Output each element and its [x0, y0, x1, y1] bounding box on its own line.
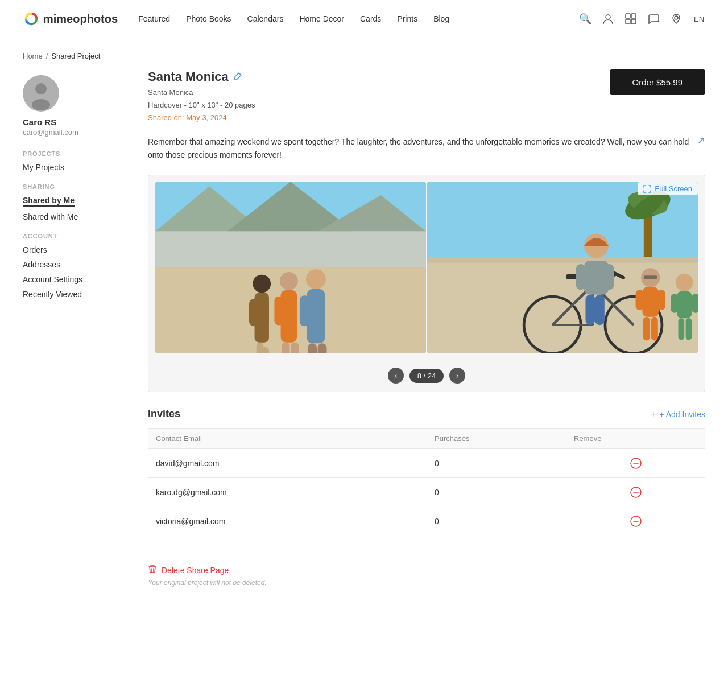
- svg-rect-66: [671, 294, 678, 312]
- svg-point-16: [253, 275, 271, 293]
- main-content: Santa Monica Santa Monica Hardcover - 10…: [148, 69, 705, 621]
- nav-calendars[interactable]: Calendars: [247, 14, 284, 23]
- project-description: Remember that amazing weekend we spent t…: [148, 135, 705, 161]
- svg-rect-56: [595, 295, 605, 326]
- delete-button[interactable]: Delete Share Page: [148, 565, 229, 575]
- invites-title: Invites: [148, 408, 180, 420]
- photo-grid: [148, 175, 705, 360]
- page-indicator: 8 / 24: [410, 369, 444, 383]
- next-photo-button[interactable]: ›: [449, 368, 465, 384]
- nav-links: Featured Photo Books Calendars Home Deco…: [138, 14, 449, 23]
- fullscreen-icon: [643, 185, 651, 193]
- nav-photo-books[interactable]: Photo Books: [186, 14, 231, 23]
- svg-point-8: [35, 83, 47, 94]
- logo-icon: [23, 10, 40, 27]
- sidebar-item-orders[interactable]: Orders: [23, 245, 125, 254]
- navbar: mimeophotos Featured Photo Books Calenda…: [0, 0, 728, 38]
- nav-prints[interactable]: Prints: [397, 14, 417, 23]
- svg-rect-62: [651, 317, 658, 341]
- user-name: Caro RS: [23, 117, 125, 127]
- svg-rect-25: [288, 297, 297, 326]
- page-display: 8 / 24: [417, 372, 436, 380]
- invite-email-1: karo.dg@gmail.com: [148, 478, 427, 507]
- invites-table: Contact Email Purchases Remove david@gma…: [148, 428, 705, 536]
- breadcrumb-home[interactable]: Home: [23, 52, 43, 60]
- logo-text: mimeophotos: [43, 13, 118, 26]
- sidebar-item-shared-with-me[interactable]: Shared with Me: [23, 212, 125, 221]
- prev-photo-button[interactable]: ‹: [388, 368, 404, 384]
- fullscreen-label: Full Screen: [655, 184, 692, 193]
- fullscreen-button[interactable]: Full Screen: [638, 182, 698, 195]
- logo[interactable]: mimeophotos: [23, 10, 118, 27]
- breadcrumb-current: Shared Project: [51, 52, 100, 60]
- user-icon[interactable]: [602, 13, 614, 25]
- invite-purchases-0: 0: [427, 449, 566, 478]
- photo-left: [155, 182, 426, 353]
- delete-section: Delete Share Page Your original project …: [148, 565, 705, 587]
- sidebar-item-account-settings[interactable]: Account Settings: [23, 275, 125, 284]
- photo-viewer: Full Screen: [148, 175, 705, 392]
- project-title: Santa Monica: [148, 69, 255, 84]
- sidebar-account-group: ACCOUNT Orders Addresses Account Setting…: [23, 233, 125, 299]
- svg-rect-2: [626, 14, 630, 18]
- grid-icon[interactable]: [624, 13, 637, 25]
- add-invites-button[interactable]: + + Add Invites: [651, 409, 705, 419]
- project-spec: Hardcover - 10" x 13" - 20 pages: [148, 99, 255, 112]
- col-header-remove: Remove: [566, 429, 705, 449]
- svg-point-22: [280, 272, 298, 290]
- sidebar-item-my-projects[interactable]: My Projects: [23, 163, 125, 172]
- remove-button-0[interactable]: [574, 457, 697, 470]
- svg-rect-4: [626, 19, 630, 24]
- sidebar-item-shared-by-me[interactable]: Shared by Me: [23, 196, 75, 207]
- invites-header: Invites + + Add Invites: [148, 408, 705, 420]
- svg-rect-65: [677, 291, 692, 319]
- search-icon[interactable]: 🔍: [579, 13, 592, 25]
- svg-rect-15: [155, 232, 426, 267]
- edit-icon[interactable]: [233, 72, 242, 83]
- remove-button-2[interactable]: [574, 515, 697, 528]
- order-button[interactable]: Order $55.99: [610, 69, 705, 95]
- project-header: Santa Monica Santa Monica Hardcover - 10…: [148, 69, 705, 124]
- svg-rect-3: [631, 14, 636, 18]
- page-layout: Caro RS caro@gmail.com PROJECTS My Proje…: [0, 69, 728, 621]
- project-shared-date: Shared on: May 3, 2024: [148, 112, 255, 124]
- photo-right: [427, 182, 698, 353]
- svg-rect-61: [643, 317, 650, 341]
- cycling-photo-svg: [427, 182, 698, 353]
- remove-button-1[interactable]: [574, 486, 697, 499]
- svg-rect-60: [657, 290, 665, 310]
- svg-point-28: [306, 269, 326, 289]
- project-subtitle: Santa Monica: [148, 87, 255, 99]
- description-link-icon[interactable]: [697, 135, 705, 148]
- chat-icon[interactable]: [647, 13, 660, 25]
- table-header-row: Contact Email Purchases Remove: [148, 429, 705, 449]
- svg-rect-53: [576, 264, 586, 290]
- delete-label: Delete Share Page: [162, 566, 229, 575]
- nav-featured[interactable]: Featured: [138, 14, 170, 23]
- location-icon[interactable]: [670, 13, 682, 25]
- sidebar-sharing-label: SHARING: [23, 183, 125, 190]
- svg-rect-5: [631, 19, 636, 24]
- sidebar-item-addresses[interactable]: Addresses: [23, 260, 125, 269]
- table-row: karo.dg@gmail.com 0: [148, 478, 705, 507]
- nav-blog[interactable]: Blog: [433, 14, 449, 23]
- nav-home-decor[interactable]: Home Decor: [299, 14, 344, 23]
- invite-remove-0: [566, 449, 705, 478]
- svg-point-9: [32, 99, 50, 110]
- lang-label[interactable]: EN: [693, 13, 705, 25]
- invite-remove-2: [566, 507, 705, 536]
- project-title-area: Santa Monica Santa Monica Hardcover - 10…: [148, 69, 255, 124]
- col-header-purchases: Purchases: [427, 429, 566, 449]
- svg-rect-58: [642, 287, 659, 317]
- svg-point-1: [606, 15, 610, 19]
- breadcrumb-sep: /: [46, 52, 48, 60]
- sidebar-item-recently-viewed[interactable]: Recently Viewed: [23, 290, 125, 299]
- nav-cards[interactable]: Cards: [360, 14, 381, 23]
- svg-rect-19: [260, 299, 269, 327]
- trash-icon: [148, 565, 157, 575]
- description-text: Remember that amazing weekend we spent t…: [148, 135, 694, 161]
- sidebar: Caro RS caro@gmail.com PROJECTS My Proje…: [23, 69, 125, 621]
- invite-remove-1: [566, 478, 705, 507]
- svg-rect-69: [686, 318, 692, 340]
- col-header-email: Contact Email: [148, 429, 427, 449]
